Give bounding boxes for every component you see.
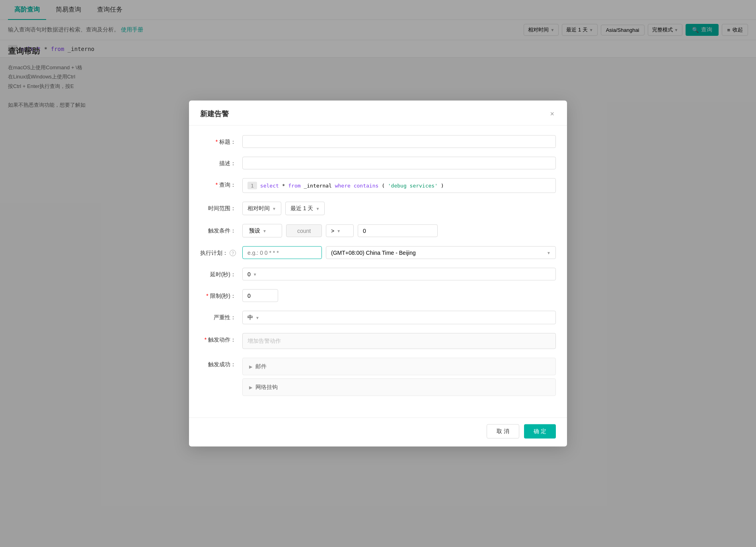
query-line-number: 1 xyxy=(247,182,257,189)
trigger-label: 触发条件： xyxy=(200,224,236,234)
email-collapse: ▶ 邮件 xyxy=(242,358,556,375)
severity-control: 中 ▼ xyxy=(242,311,556,324)
success-label: 触发成功： xyxy=(200,358,236,368)
severity-label: 严重性： xyxy=(200,311,236,321)
modal-body: 标题： 描述： 查询： 1 xyxy=(189,126,567,418)
modal-footer: 取 消 确 定 xyxy=(189,418,567,447)
schedule-label: 执行计划：? xyxy=(200,246,236,257)
query-row: 查询： 1 select * from _internal where cont… xyxy=(200,178,556,193)
title-row: 标题： xyxy=(200,135,556,148)
success-area: ▶ 邮件 ▶ 网络挂钩 xyxy=(242,358,556,396)
query-label: 查询： xyxy=(200,178,236,189)
action-row: 触发动作： 增加告警动作 xyxy=(200,333,556,349)
desc-field-wrap xyxy=(242,157,556,170)
chevron-down-icon: ▼ xyxy=(272,206,276,211)
time-range-control: 相对时间 ▼ 最近 1 天 ▼ xyxy=(242,202,556,215)
query-display[interactable]: 1 select * from _internal where contains… xyxy=(242,178,556,193)
action-label: 触发动作： xyxy=(200,333,236,344)
modal-time-range-button[interactable]: 最近 1 天 ▼ xyxy=(285,202,325,215)
desc-input[interactable] xyxy=(242,157,556,170)
modal-time-type-button[interactable]: 相对时间 ▼ xyxy=(242,202,281,215)
trigger-operator-button[interactable]: > ▼ xyxy=(326,225,354,237)
close-button[interactable]: × xyxy=(548,109,556,119)
webhook-collapse-header[interactable]: ▶ 网络挂钩 xyxy=(243,379,555,396)
webhook-collapse: ▶ 网络挂钩 xyxy=(242,379,556,396)
confirm-button[interactable]: 确 定 xyxy=(524,424,556,439)
limit-row: 限制(秒)： xyxy=(200,289,556,302)
action-control: 增加告警动作 xyxy=(242,333,556,349)
title-field-wrap xyxy=(242,135,556,148)
query-code: select * from _internal where contains (… xyxy=(260,183,444,189)
desc-row: 描述： xyxy=(200,157,556,170)
timezone-select-button[interactable]: (GMT+08:00) China Time - Beijing ▼ xyxy=(326,246,556,259)
limit-label: 限制(秒)： xyxy=(200,289,236,300)
email-collapse-header[interactable]: ▶ 邮件 xyxy=(243,358,555,375)
delay-select[interactable]: 0 ▼ xyxy=(242,268,556,281)
chevron-down-icon: ▼ xyxy=(547,250,551,255)
limit-input[interactable] xyxy=(242,289,278,302)
trigger-value-input[interactable] xyxy=(358,225,438,237)
trigger-count-display: count xyxy=(286,225,322,237)
trigger-row: 触发条件： 预设 ▼ count > ▼ xyxy=(200,224,556,238)
chevron-down-icon: ▼ xyxy=(263,229,267,233)
chevron-down-icon: ▼ xyxy=(316,206,320,211)
schedule-row: 执行计划：? (GMT+08:00) China Time - Beijing … xyxy=(200,246,556,259)
chevron-down-icon: ▼ xyxy=(337,229,341,233)
help-icon[interactable]: ? xyxy=(230,250,236,256)
title-input[interactable] xyxy=(242,135,556,148)
desc-label: 描述： xyxy=(200,157,236,167)
chevron-down-icon: ▼ xyxy=(255,315,259,320)
time-range-row: 时间范围： 相对时间 ▼ 最近 1 天 ▼ xyxy=(200,202,556,215)
schedule-cron-input[interactable] xyxy=(242,246,322,259)
severity-row: 严重性： 中 ▼ xyxy=(200,311,556,324)
chevron-right-icon: ▶ xyxy=(249,364,252,369)
chevron-down-icon: ▼ xyxy=(253,272,257,276)
delay-label: 延时(秒)： xyxy=(200,268,236,278)
delay-control: 0 ▼ xyxy=(242,268,556,281)
success-row: 触发成功： ▶ 邮件 ▶ 网络挂钩 xyxy=(200,358,556,399)
trigger-control: 预设 ▼ count > ▼ xyxy=(242,224,556,238)
alert-modal: 新建告警 × 标题： 描述： 查询： xyxy=(189,101,567,447)
modal-title: 新建告警 xyxy=(200,109,229,119)
time-range-label: 时间范围： xyxy=(200,202,236,212)
limit-control xyxy=(242,289,556,302)
title-label: 标题： xyxy=(200,135,236,146)
chevron-right-icon: ▶ xyxy=(249,385,252,390)
delay-row: 延时(秒)： 0 ▼ xyxy=(200,268,556,281)
query-field-wrap: 1 select * from _internal where contains… xyxy=(242,178,556,193)
trigger-preset-button[interactable]: 预设 ▼ xyxy=(242,224,282,238)
modal-header: 新建告警 × xyxy=(189,101,567,126)
severity-select-button[interactable]: 中 ▼ xyxy=(242,311,556,324)
cancel-button[interactable]: 取 消 xyxy=(487,424,519,439)
schedule-control: (GMT+08:00) China Time - Beijing ▼ xyxy=(242,246,556,259)
success-control: ▶ 邮件 ▶ 网络挂钩 xyxy=(242,358,556,399)
action-input[interactable]: 增加告警动作 xyxy=(242,333,556,349)
